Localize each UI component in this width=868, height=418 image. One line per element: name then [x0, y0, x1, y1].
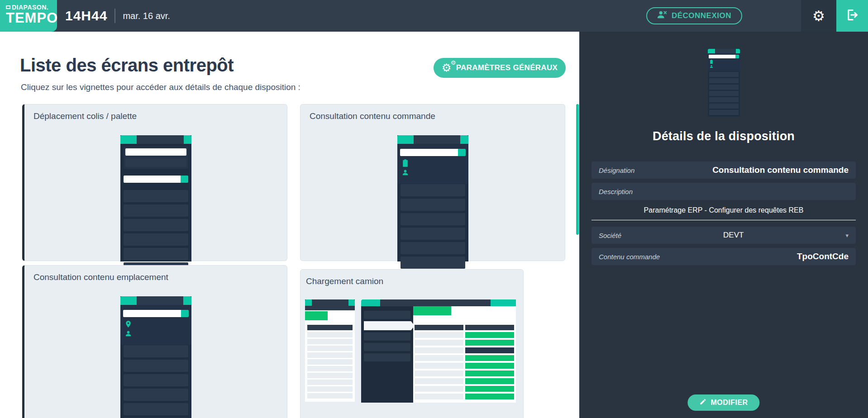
modifier-label: MODIFIER	[711, 399, 748, 407]
main-content: Liste des écrans entrepôt Cliquez sur le…	[0, 32, 579, 418]
deconnexion-label: DÉCONNEXION	[672, 11, 731, 20]
app-logo[interactable]: DIAPASON. TEMPO	[0, 0, 57, 32]
location-pin-icon	[124, 320, 188, 328]
card-deplacement-colis-palette[interactable]: Déplacement colis / palette	[22, 104, 287, 261]
card-title: Consultation contenu commande	[300, 104, 565, 121]
card-chargement-camion[interactable]: Chargement camion	[300, 269, 524, 418]
thumbnail-rows	[415, 332, 463, 399]
card-title: Consultation contenu emplacement	[24, 266, 287, 282]
field-label: Description	[599, 188, 633, 195]
topbar-divider	[114, 9, 115, 23]
logout-icon	[846, 9, 858, 23]
screen-thumbnail-handheld	[305, 299, 355, 402]
scrollbar-thumb[interactable]	[576, 104, 579, 235]
selected-item-arrow	[364, 321, 415, 330]
field-description: Description	[591, 183, 856, 200]
field-label: Contenu commande	[599, 253, 660, 261]
divider	[591, 220, 856, 220]
deconnexion-button[interactable]: DÉCONNEXION	[646, 7, 742, 24]
user-x-icon	[657, 10, 667, 22]
app-window: DIAPASON. TEMPO 14H44 mar. 16 avr. DÉCON…	[0, 0, 868, 418]
screen-thumbnail	[397, 135, 468, 261]
field-designation: Désignation Consultation contenu command…	[591, 162, 856, 179]
page-title: Liste des écrans entrepôt	[20, 55, 234, 76]
description-note: Paramétrage ERP - Configurer des requête…	[591, 206, 856, 214]
gears-icon: ⚙⚙	[442, 62, 452, 73]
person-icon	[124, 330, 188, 337]
clipboard-icon	[401, 159, 465, 167]
screen-thumbnail	[120, 135, 191, 261]
clipboard-icon	[709, 60, 739, 64]
gear-icon: ⚙	[812, 9, 825, 23]
page-subtitle: Cliquez sur les vignettes pour accéder a…	[21, 82, 300, 92]
field-label: Société	[599, 232, 621, 239]
sidebar-heading: Détails de la disposition	[579, 129, 868, 143]
thumbnail-rows	[401, 184, 465, 269]
field-label: Désignation	[599, 166, 634, 174]
field-value: Consultation contenu commande	[712, 165, 849, 175]
field-value: DEVT	[621, 231, 845, 240]
thumbnail-rows	[124, 190, 188, 275]
thumbnail-rows	[124, 345, 188, 418]
selected-layout-thumbnail	[708, 49, 740, 117]
screen-thumbnail	[120, 296, 191, 418]
clock-date: mar. 16 avr.	[123, 11, 170, 21]
card-consultation-contenu-commande[interactable]: Consultation contenu commande	[300, 104, 565, 261]
screen-thumbnail-tablet	[361, 299, 516, 403]
card-title: Chargement camion	[300, 270, 523, 286]
parametres-generaux-button[interactable]: ⚙⚙ PARAMÈTRES GÉNÉRAUX	[434, 58, 566, 78]
field-societe-select[interactable]: Société DEVT ▾	[591, 227, 856, 244]
person-icon	[401, 169, 465, 176]
settings-button[interactable]: ⚙	[801, 0, 836, 32]
card-title: Déplacement colis / palette	[24, 104, 287, 121]
details-sidebar: Détails de la disposition Désignation Co…	[579, 32, 868, 418]
thumbnail-rows	[709, 72, 739, 115]
thumbnail-rows	[465, 332, 514, 399]
clock-time: 14H44	[65, 8, 107, 24]
logout-button[interactable]	[836, 0, 868, 32]
thumbnail-rows	[307, 332, 353, 399]
field-value: TpoContCde	[797, 252, 849, 261]
topbar: DIAPASON. TEMPO 14H44 mar. 16 avr. DÉCON…	[0, 0, 868, 32]
parametres-generaux-label: PARAMÈTRES GÉNÉRAUX	[456, 63, 558, 72]
brand-large-label: TEMPO	[6, 11, 57, 25]
card-consultation-contenu-emplacement[interactable]: Consultation contenu emplacement	[22, 265, 287, 418]
monitor-icon	[6, 5, 10, 9]
modifier-button[interactable]: MODIFIER	[687, 394, 759, 411]
chevron-down-icon: ▾	[845, 232, 849, 239]
field-contenu-commande: Contenu commande TpoContCde	[591, 248, 856, 265]
person-icon	[709, 65, 739, 68]
pencil-icon	[699, 398, 706, 407]
